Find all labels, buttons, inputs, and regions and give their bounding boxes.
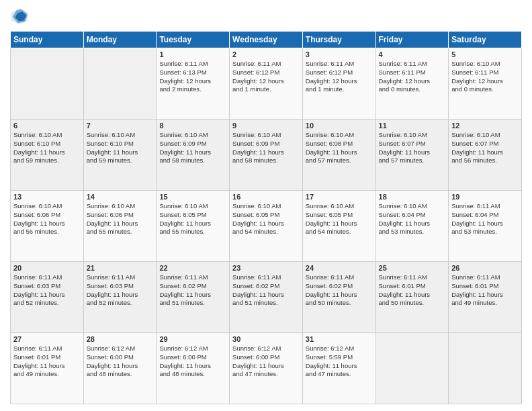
header xyxy=(10,7,522,26)
calendar-header: SundayMondayTuesdayWednesdayThursdayFrid… xyxy=(11,32,522,48)
day-number: 24 xyxy=(306,264,373,272)
logo xyxy=(10,7,32,26)
day-info: Sunrise: 6:11 AM Sunset: 6:02 PM Dayligh… xyxy=(306,273,373,308)
weekday-header-saturday: Saturday xyxy=(449,32,522,48)
day-info: Sunrise: 6:12 AM Sunset: 6:00 PM Dayligh… xyxy=(159,345,226,379)
day-info: Sunrise: 6:11 AM Sunset: 6:03 PM Dayligh… xyxy=(13,273,81,308)
day-number: 30 xyxy=(232,335,300,343)
calendar-cell: 29Sunrise: 6:12 AM Sunset: 6:00 PM Dayli… xyxy=(157,333,230,404)
weekday-header-monday: Monday xyxy=(83,32,157,48)
day-info: Sunrise: 6:10 AM Sunset: 6:05 PM Dayligh… xyxy=(232,202,300,236)
calendar-cell: 6Sunrise: 6:10 AM Sunset: 6:10 PM Daylig… xyxy=(11,120,84,191)
calendar-cell xyxy=(449,333,522,404)
day-number: 5 xyxy=(451,50,519,58)
day-info: Sunrise: 6:10 AM Sunset: 6:06 PM Dayligh… xyxy=(13,202,81,236)
week-row-1: 1Sunrise: 6:11 AM Sunset: 6:13 PM Daylig… xyxy=(11,48,522,120)
calendar-cell: 26Sunrise: 6:11 AM Sunset: 6:01 PM Dayli… xyxy=(449,262,522,333)
calendar-cell: 2Sunrise: 6:11 AM Sunset: 6:12 PM Daylig… xyxy=(230,48,303,120)
day-number: 29 xyxy=(159,335,226,343)
calendar-cell: 28Sunrise: 6:12 AM Sunset: 6:00 PM Dayli… xyxy=(83,333,157,404)
logo-icon xyxy=(10,7,29,26)
calendar-cell: 31Sunrise: 6:12 AM Sunset: 5:59 PM Dayli… xyxy=(302,333,375,404)
day-number: 1 xyxy=(159,50,226,58)
calendar-cell: 22Sunrise: 6:11 AM Sunset: 6:02 PM Dayli… xyxy=(157,262,230,333)
week-row-4: 20Sunrise: 6:11 AM Sunset: 6:03 PM Dayli… xyxy=(11,262,522,333)
day-info: Sunrise: 6:10 AM Sunset: 6:06 PM Dayligh… xyxy=(87,202,154,236)
weekday-header-tuesday: Tuesday xyxy=(157,32,230,48)
day-info: Sunrise: 6:11 AM Sunset: 6:13 PM Dayligh… xyxy=(159,60,226,94)
day-number: 21 xyxy=(87,264,154,272)
calendar-cell: 5Sunrise: 6:10 AM Sunset: 6:11 PM Daylig… xyxy=(449,48,522,120)
calendar-cell: 17Sunrise: 6:10 AM Sunset: 6:05 PM Dayli… xyxy=(302,191,375,262)
day-number: 12 xyxy=(451,122,519,130)
day-info: Sunrise: 6:10 AM Sunset: 6:05 PM Dayligh… xyxy=(159,202,226,236)
day-number: 26 xyxy=(451,264,519,272)
calendar-cell: 30Sunrise: 6:12 AM Sunset: 6:00 PM Dayli… xyxy=(230,333,303,404)
day-info: Sunrise: 6:11 AM Sunset: 6:01 PM Dayligh… xyxy=(379,273,446,308)
day-info: Sunrise: 6:11 AM Sunset: 6:03 PM Dayligh… xyxy=(87,273,154,308)
day-number: 15 xyxy=(159,193,226,201)
day-info: Sunrise: 6:11 AM Sunset: 6:01 PM Dayligh… xyxy=(13,345,81,379)
day-number: 14 xyxy=(87,193,154,201)
day-number: 28 xyxy=(87,335,154,343)
page: SundayMondayTuesdayWednesdayThursdayFrid… xyxy=(0,0,532,411)
day-number: 17 xyxy=(306,193,373,201)
day-number: 3 xyxy=(306,50,373,58)
calendar-cell: 21Sunrise: 6:11 AM Sunset: 6:03 PM Dayli… xyxy=(83,262,157,333)
weekday-header-sunday: Sunday xyxy=(11,32,84,48)
calendar-body: 1Sunrise: 6:11 AM Sunset: 6:13 PM Daylig… xyxy=(11,48,522,404)
weekday-header-wednesday: Wednesday xyxy=(230,32,303,48)
calendar-cell: 15Sunrise: 6:10 AM Sunset: 6:05 PM Dayli… xyxy=(157,191,230,262)
day-number: 11 xyxy=(379,122,446,130)
week-row-2: 6Sunrise: 6:10 AM Sunset: 6:10 PM Daylig… xyxy=(11,120,522,191)
calendar-cell: 19Sunrise: 6:11 AM Sunset: 6:04 PM Dayli… xyxy=(449,191,522,262)
day-number: 16 xyxy=(232,193,300,201)
day-info: Sunrise: 6:11 AM Sunset: 6:02 PM Dayligh… xyxy=(159,273,226,308)
calendar-cell xyxy=(375,333,449,404)
calendar-cell: 25Sunrise: 6:11 AM Sunset: 6:01 PM Dayli… xyxy=(375,262,449,333)
calendar-cell: 11Sunrise: 6:10 AM Sunset: 6:07 PM Dayli… xyxy=(375,120,449,191)
calendar-cell: 27Sunrise: 6:11 AM Sunset: 6:01 PM Dayli… xyxy=(11,333,84,404)
day-info: Sunrise: 6:10 AM Sunset: 6:08 PM Dayligh… xyxy=(306,131,373,165)
week-row-3: 13Sunrise: 6:10 AM Sunset: 6:06 PM Dayli… xyxy=(11,191,522,262)
day-info: Sunrise: 6:10 AM Sunset: 6:07 PM Dayligh… xyxy=(451,131,519,165)
day-info: Sunrise: 6:10 AM Sunset: 6:05 PM Dayligh… xyxy=(306,202,373,236)
calendar-cell: 16Sunrise: 6:10 AM Sunset: 6:05 PM Dayli… xyxy=(230,191,303,262)
calendar-cell: 13Sunrise: 6:10 AM Sunset: 6:06 PM Dayli… xyxy=(11,191,84,262)
day-number: 9 xyxy=(232,122,300,130)
day-number: 23 xyxy=(232,264,300,272)
weekday-header-row: SundayMondayTuesdayWednesdayThursdayFrid… xyxy=(11,32,522,48)
week-row-5: 27Sunrise: 6:11 AM Sunset: 6:01 PM Dayli… xyxy=(11,333,522,404)
calendar-cell: 18Sunrise: 6:10 AM Sunset: 6:04 PM Dayli… xyxy=(375,191,449,262)
calendar-cell: 8Sunrise: 6:10 AM Sunset: 6:09 PM Daylig… xyxy=(157,120,230,191)
day-number: 10 xyxy=(306,122,373,130)
calendar-cell: 3Sunrise: 6:11 AM Sunset: 6:12 PM Daylig… xyxy=(302,48,375,120)
day-number: 7 xyxy=(87,122,154,130)
day-info: Sunrise: 6:10 AM Sunset: 6:04 PM Dayligh… xyxy=(379,202,446,236)
day-info: Sunrise: 6:11 AM Sunset: 6:04 PM Dayligh… xyxy=(451,202,519,236)
day-number: 31 xyxy=(306,335,373,343)
calendar-cell xyxy=(11,48,84,120)
calendar-cell: 1Sunrise: 6:11 AM Sunset: 6:13 PM Daylig… xyxy=(157,48,230,120)
day-info: Sunrise: 6:11 AM Sunset: 6:11 PM Dayligh… xyxy=(379,60,446,94)
day-info: Sunrise: 6:10 AM Sunset: 6:10 PM Dayligh… xyxy=(13,131,81,165)
day-info: Sunrise: 6:10 AM Sunset: 6:07 PM Dayligh… xyxy=(379,131,446,165)
calendar-table: SundayMondayTuesdayWednesdayThursdayFrid… xyxy=(10,31,522,404)
calendar-cell: 12Sunrise: 6:10 AM Sunset: 6:07 PM Dayli… xyxy=(449,120,522,191)
day-info: Sunrise: 6:11 AM Sunset: 6:01 PM Dayligh… xyxy=(451,273,519,308)
day-number: 20 xyxy=(13,264,81,272)
day-number: 27 xyxy=(13,335,81,343)
calendar-cell: 10Sunrise: 6:10 AM Sunset: 6:08 PM Dayli… xyxy=(302,120,375,191)
day-number: 6 xyxy=(13,122,81,130)
day-info: Sunrise: 6:11 AM Sunset: 6:12 PM Dayligh… xyxy=(232,60,300,94)
calendar-cell: 9Sunrise: 6:10 AM Sunset: 6:09 PM Daylig… xyxy=(230,120,303,191)
calendar-cell xyxy=(83,48,157,120)
day-info: Sunrise: 6:10 AM Sunset: 6:09 PM Dayligh… xyxy=(159,131,226,165)
day-info: Sunrise: 6:12 AM Sunset: 6:00 PM Dayligh… xyxy=(232,345,300,379)
calendar-cell: 14Sunrise: 6:10 AM Sunset: 6:06 PM Dayli… xyxy=(83,191,157,262)
calendar-cell: 23Sunrise: 6:11 AM Sunset: 6:02 PM Dayli… xyxy=(230,262,303,333)
day-info: Sunrise: 6:11 AM Sunset: 6:12 PM Dayligh… xyxy=(306,60,373,94)
day-info: Sunrise: 6:10 AM Sunset: 6:09 PM Dayligh… xyxy=(232,131,300,165)
day-info: Sunrise: 6:10 AM Sunset: 6:11 PM Dayligh… xyxy=(451,60,519,94)
day-number: 2 xyxy=(232,50,300,58)
